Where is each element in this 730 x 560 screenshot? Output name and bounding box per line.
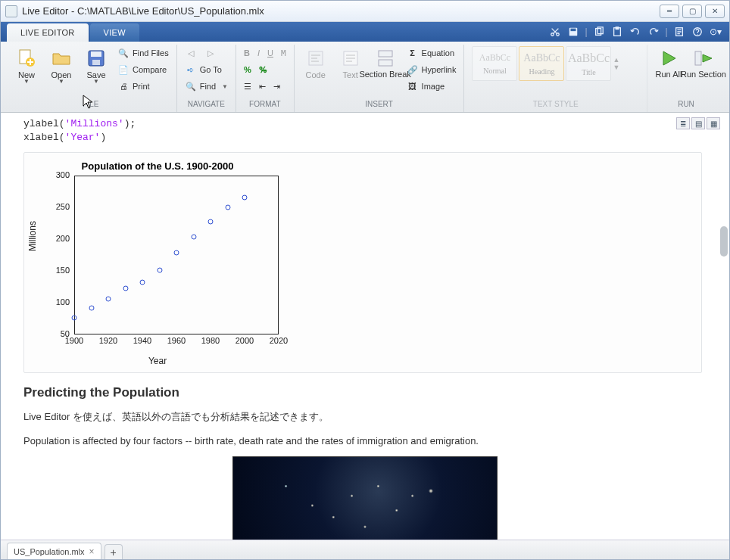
svg-rect-17 [379,51,392,57]
app-icon [5,5,17,17]
quick-access-bar: | | ⊙▾ [548,24,723,39]
chart-xtick: 1980 [199,336,222,345]
open-icon [51,48,72,69]
chart-xtick: 1900 [63,336,86,345]
style-gallery: AaBbCcNormal AaBbCcHeading AaBbCcTitle ▲… [469,45,628,82]
chart-point [106,296,111,301]
close-button[interactable]: ✕ [705,5,725,18]
view-code-only-icon[interactable]: ≣ [676,117,690,129]
tab-live-editor[interactable]: LIVE EDITOR [7,23,89,42]
qa-undo-icon[interactable] [628,24,643,39]
qa-copy-icon[interactable] [591,24,607,39]
app-window: Live Editor - C:\MATLAB\Live Editor\US_P… [0,0,730,560]
minimize-button[interactable]: ━ [660,5,679,18]
chart-xtick: 1920 [97,336,120,345]
nav-next-icon: ▷ [201,45,220,61]
indent-icon[interactable]: ⇥ [270,78,283,95]
style-normal: AaBbCcNormal [472,46,517,81]
titlebar: Live Editor - C:\MATLAB\Live Editor\US_P… [1,1,729,22]
scrollbar-thumb[interactable] [720,226,728,257]
chart-xlabel: Year [29,356,286,366]
chart-ytick: 300 [29,170,70,179]
group-navigate: ◁ ▷ ➪Go To 🔍Find▼ NAVIGATE [177,45,236,112]
run-section-icon [693,48,714,69]
chart-ytick: 100 [29,297,70,306]
svg-rect-15 [309,51,323,65]
chart-xtick: 1940 [131,336,154,345]
equation-button[interactable]: ΣEquation [404,45,460,61]
insert-code-button: Code [299,45,332,82]
group-insert: Code Text Section Break ΣEquation 🔗Hyper… [295,45,465,112]
new-button[interactable]: New▼ [10,45,43,87]
qa-redo-icon[interactable] [646,24,661,39]
text-icon [340,48,361,69]
view-side-icon[interactable]: ▤ [691,117,705,129]
maximize-button[interactable]: ▢ [682,5,702,18]
chart-xtick: 2000 [233,336,256,345]
chart-point [242,195,248,201]
svg-rect-13 [91,51,101,57]
goto-icon: ➪ [185,64,197,76]
tab-view[interactable]: VIEW [90,23,139,42]
group-format: B I U M % %̶ ☰ ⇤ ⇥ FORMAT [236,45,295,112]
qa-help-icon[interactable] [690,24,705,39]
chart-figure: Population of the U.S. 1900-2000 Million… [29,160,286,365]
ribbon-tabs: LIVE EDITOR VIEW | | ⊙▾ [1,22,729,42]
svg-rect-14 [92,60,100,65]
hyperlink-icon: 🔗 [407,64,419,76]
svg-rect-19 [695,51,701,65]
window-title: Live Editor - C:\MATLAB\Live Editor\US_P… [22,5,660,17]
outdent-icon[interactable]: ⇤ [256,78,269,95]
file-tab[interactable]: US_Population.mlx × [7,543,101,559]
qa-dropdown-icon[interactable]: ⊙▾ [708,24,723,39]
run-all-icon [658,48,679,69]
close-tab-icon[interactable]: × [89,546,95,557]
group-file: New▼ Open▼ Save▼ 🔍Find Files 📄Compare 🖨P… [5,45,177,112]
compare-button[interactable]: 📄Compare [114,61,172,78]
qa-sep2: | [664,24,669,39]
percent-icon[interactable]: % [241,61,254,78]
chart-point [72,316,77,321]
chart-point [208,219,214,225]
add-tab-button[interactable]: + [105,544,123,559]
run-section-button[interactable]: Run Section [687,45,720,82]
doc-heading: Predicting the Population [23,385,707,400]
open-button[interactable]: Open▼ [45,45,78,87]
doc-paragraph-2: Population is affected by four factors -… [23,432,707,450]
chart-point [140,280,145,285]
svg-rect-3 [571,29,576,32]
svg-rect-18 [379,60,392,66]
qa-doc-icon[interactable] [672,24,687,39]
find-files-button[interactable]: 🔍Find Files [114,45,172,61]
chart-ytick: 250 [29,202,70,211]
goto-button[interactable]: ➪Go To [182,61,231,78]
document-tabs: US_Population.mlx × + [1,540,729,559]
qa-cut-icon[interactable] [548,24,563,39]
find-button[interactable]: 🔍Find▼ [182,78,231,95]
bullets-icon[interactable]: ☰ [241,78,254,95]
qa-sep: | [584,24,588,39]
section-break-button[interactable]: Section Break [369,45,402,82]
section-break-icon [375,48,396,69]
hyperlink-button[interactable]: 🔗Hyperlink [404,61,460,78]
print-icon: 🖨 [117,80,129,92]
equation-icon: Σ [407,47,419,59]
output-cell: Population of the U.S. 1900-2000 Million… [23,152,702,373]
chart-point [89,305,94,310]
save-button[interactable]: Save▼ [80,45,113,87]
code-icon [305,48,326,69]
qa-paste-icon[interactable] [610,24,625,39]
underline-button: U [264,45,276,61]
view-inline-icon[interactable]: ▦ [707,117,720,129]
style-more-icon: ▲▼ [613,56,625,71]
style-heading: AaBbCcHeading [519,46,564,81]
image-button[interactable]: 🖼Image [404,78,460,95]
print-button[interactable]: 🖨Print [114,78,172,95]
editor-content: ≣ ▤ ▦ ylabel('Millions'); xlabel('Year')… [1,113,729,540]
group-text-style: AaBbCcNormal AaBbCcHeading AaBbCcTitle ▲… [464,45,647,112]
image-icon: 🖼 [407,80,419,92]
code-block[interactable]: ylabel('Millions'); xlabel('Year') [23,117,707,145]
chart-point [157,268,162,273]
percent-x-icon[interactable]: %̶ [256,61,270,78]
qa-save-icon[interactable] [566,24,581,39]
